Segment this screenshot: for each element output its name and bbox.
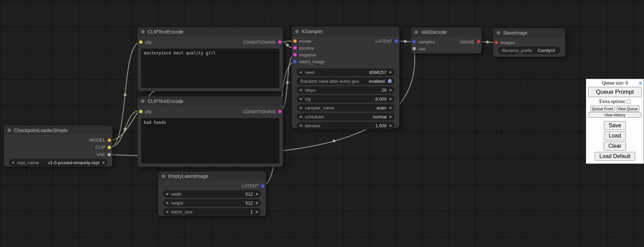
negative-input-slot[interactable] bbox=[293, 53, 297, 56]
node-checkpoint-loader[interactable]: CheckpointLoaderSimple MODEL CLIP VAE bbox=[4, 126, 112, 167]
decrement-arrow-icon[interactable]: ◀ bbox=[165, 210, 168, 213]
collapse-dot-icon[interactable] bbox=[414, 30, 418, 34]
node-vae-decode[interactable]: VAEDecode samples IMAGE vae bbox=[411, 27, 482, 53]
decrement-arrow-icon[interactable]: ◀ bbox=[299, 97, 302, 101]
slot-label: LATENT bbox=[242, 183, 259, 188]
node-title-bar[interactable]: SaveImage bbox=[493, 28, 565, 38]
node-title: CLIPTextEncode bbox=[148, 99, 183, 104]
link-midpoint-dot bbox=[124, 93, 126, 96]
view-history-button[interactable]: View History bbox=[589, 112, 641, 118]
clip-input-slot[interactable] bbox=[139, 40, 143, 44]
vae-input-slot[interactable] bbox=[412, 47, 416, 50]
node-title-bar[interactable]: KSampler bbox=[292, 27, 399, 36]
cfg-widget[interactable]: ◀ cfg 8.000 ▶ bbox=[297, 95, 395, 103]
steps-widget[interactable]: ◀ steps 20 ▶ bbox=[297, 86, 395, 94]
conditioning-output-slot[interactable] bbox=[278, 110, 282, 113]
increment-arrow-icon[interactable]: ▶ bbox=[389, 70, 392, 74]
images-input-slot[interactable] bbox=[495, 41, 498, 44]
increment-arrow-icon[interactable]: ▶ bbox=[389, 115, 392, 118]
slot-label: VAE bbox=[97, 152, 105, 157]
samples-input-slot[interactable] bbox=[412, 40, 416, 43]
clear-button[interactable]: Clear bbox=[604, 142, 626, 151]
decrement-arrow-icon[interactable]: ◀ bbox=[299, 88, 302, 92]
slot-label: model bbox=[299, 39, 311, 44]
slot-label: positive bbox=[299, 46, 314, 51]
denoise-widget[interactable]: ◀ denoise 1.000 ▶ bbox=[297, 122, 395, 129]
filename-prefix-widget[interactable]: filename_prefix ComfyUI bbox=[498, 47, 560, 54]
slot-label: samples bbox=[418, 39, 435, 44]
collapse-dot-icon[interactable] bbox=[141, 100, 145, 103]
collapse-dot-icon[interactable] bbox=[141, 30, 145, 34]
image-output-slot[interactable] bbox=[477, 40, 480, 43]
collapse-dot-icon[interactable] bbox=[295, 30, 299, 33]
node-title-bar[interactable]: CheckpointLoaderSimple bbox=[4, 126, 112, 135]
node-title-bar[interactable]: VAEDecode bbox=[411, 27, 482, 37]
model-input-slot[interactable] bbox=[293, 39, 297, 43]
height-widget[interactable]: ◀ height 512 ▶ bbox=[163, 199, 261, 207]
sampler-name-widget[interactable]: ◀ sampler_name euler ▶ bbox=[297, 104, 395, 112]
slot-label: CONDITIONING bbox=[243, 40, 276, 45]
link-midpoint-dot bbox=[286, 81, 289, 84]
increment-arrow-icon[interactable]: ▶ bbox=[389, 97, 392, 101]
decrement-arrow-icon[interactable]: ◀ bbox=[11, 161, 14, 164]
node-title-bar[interactable]: EmptyLatentImage bbox=[158, 171, 266, 181]
clip-output-slot[interactable] bbox=[108, 146, 111, 149]
collapse-dot-icon[interactable] bbox=[497, 31, 500, 35]
node-title-bar[interactable]: CLIPTextEncode bbox=[138, 96, 283, 106]
node-title: CheckpointLoaderSimple bbox=[14, 128, 67, 133]
collapse-dot-icon[interactable] bbox=[8, 129, 11, 132]
node-title: KSampler bbox=[302, 29, 323, 34]
clip-input-slot[interactable] bbox=[139, 110, 143, 113]
increment-arrow-icon[interactable]: ▶ bbox=[102, 161, 105, 164]
ckpt-name-widget[interactable]: ◀ ckpt_name v1-5-pruned-emaonly.ckpt ▶ bbox=[9, 159, 108, 166]
load-button[interactable]: Load bbox=[604, 131, 626, 140]
queue-prompt-button[interactable]: Queue Prompt bbox=[588, 87, 642, 97]
width-widget[interactable]: ◀ width 512 ▶ bbox=[163, 190, 261, 198]
positive-input-slot[interactable] bbox=[293, 46, 297, 50]
extra-options-label: Extra options bbox=[599, 99, 625, 104]
scheduler-widget[interactable]: ◀ scheduler normal ▶ bbox=[297, 113, 395, 120]
view-queue-button[interactable]: View Queue bbox=[616, 106, 640, 112]
save-button[interactable]: Save bbox=[604, 121, 626, 130]
collapse-dot-icon[interactable] bbox=[162, 174, 165, 178]
link-midpoint-dot bbox=[486, 41, 489, 43]
node-clip-text-encode-positive[interactable]: CLIPTextEncode clip CONDITIONING masterp… bbox=[138, 27, 283, 91]
settings-gear-icon[interactable]: ❋ bbox=[639, 80, 642, 87]
decrement-arrow-icon[interactable]: ◀ bbox=[299, 115, 302, 118]
link-midpoint-dot bbox=[124, 128, 126, 130]
node-title-bar[interactable]: CLIPTextEncode bbox=[138, 27, 283, 37]
node-ksampler[interactable]: KSampler model LATENT positive bbox=[292, 27, 399, 128]
increment-arrow-icon[interactable]: ▶ bbox=[256, 201, 259, 205]
latent-image-input-slot[interactable] bbox=[293, 60, 297, 63]
increment-arrow-icon[interactable]: ▶ bbox=[389, 124, 392, 127]
node-save-image[interactable]: SaveImage images filename_prefix ComfyUI bbox=[493, 28, 565, 57]
increment-arrow-icon[interactable]: ▶ bbox=[256, 210, 259, 213]
conditioning-output-slot[interactable] bbox=[278, 40, 282, 44]
node-empty-latent-image[interactable]: EmptyLatentImage LATENT ◀ width 512 ▶ ◀ … bbox=[158, 171, 266, 216]
decrement-arrow-icon[interactable]: ◀ bbox=[165, 201, 168, 205]
queue-front-button[interactable]: Queue Front bbox=[590, 106, 615, 112]
vae-output-slot[interactable] bbox=[108, 153, 111, 156]
seed-widget[interactable]: ◀ seed 8566257 ▶ bbox=[297, 68, 395, 76]
decrement-arrow-icon[interactable]: ◀ bbox=[299, 106, 302, 109]
node-clip-text-encode-negative[interactable]: CLIPTextEncode clip CONDITIONING bad han… bbox=[138, 96, 283, 167]
batch-size-widget[interactable]: ◀ batch_size 1 ▶ bbox=[163, 208, 261, 216]
increment-arrow-icon[interactable]: ▶ bbox=[389, 88, 392, 92]
latent-output-slot[interactable] bbox=[261, 184, 264, 188]
random-seed-toggle[interactable]: Random seed after every gen enabled bbox=[297, 77, 395, 85]
prompt-text-input[interactable]: masterpiece best quality girl bbox=[141, 49, 280, 88]
load-default-button[interactable]: Load Default bbox=[595, 152, 635, 161]
latent-output-slot[interactable] bbox=[395, 39, 398, 43]
decrement-arrow-icon[interactable]: ◀ bbox=[299, 70, 302, 74]
decrement-arrow-icon[interactable]: ◀ bbox=[165, 192, 168, 196]
slot-label: MODEL bbox=[89, 138, 105, 143]
extra-options-checkbox[interactable] bbox=[627, 100, 631, 104]
model-output-slot[interactable] bbox=[108, 139, 111, 142]
toggle-on-icon[interactable] bbox=[388, 79, 392, 83]
increment-arrow-icon[interactable]: ▶ bbox=[256, 192, 259, 196]
prompt-text-input[interactable]: bad hands bbox=[141, 118, 280, 164]
slot-label: latent_image bbox=[299, 59, 324, 64]
graph-canvas[interactable]: CheckpointLoaderSimple MODEL CLIP VAE bbox=[0, 0, 644, 247]
decrement-arrow-icon[interactable]: ◀ bbox=[299, 124, 302, 127]
increment-arrow-icon[interactable]: ▶ bbox=[389, 106, 392, 109]
